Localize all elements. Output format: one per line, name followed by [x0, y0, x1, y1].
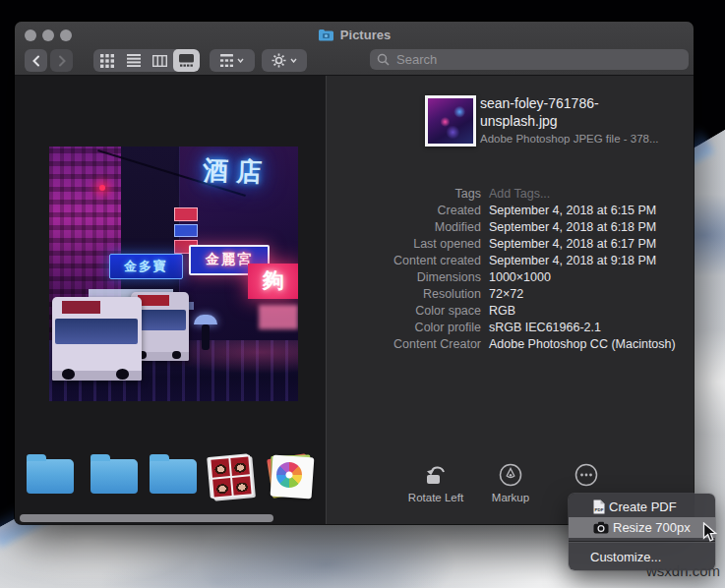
search-icon [377, 53, 390, 66]
hotel-neon-sign: 酒店 [173, 147, 298, 194]
meta-row-modified: Modified September 4, 2018 at 6:18 PM [327, 219, 686, 236]
svg-text:PDF: PDF [595, 507, 604, 512]
selected-photo-preview[interactable]: 酒店 金多寶 金麗宮 夠 [49, 147, 298, 401]
gear-icon [272, 53, 286, 68]
meta-row-created: Created September 4, 2018 at 6:15 PM [327, 203, 686, 219]
tags-label: Tags [327, 186, 489, 203]
rotate-left-icon [423, 463, 449, 487]
tags-row: Tags Add Tags... [327, 186, 686, 203]
customize-menu-item[interactable]: Customize... [569, 546, 715, 567]
finder-window: Pictures [15, 22, 694, 524]
folder-thumbnail[interactable] [150, 459, 197, 494]
window-header: Pictures [15, 22, 694, 76]
mouse-cursor [702, 522, 720, 547]
photos-flower-icon [276, 462, 302, 488]
icon-view-button[interactable] [93, 49, 120, 72]
minibus [52, 297, 142, 381]
gold-neon-sign: 金多寶 [109, 254, 183, 280]
desktop: Pictures [0, 0, 725, 588]
toolbar [15, 47, 694, 75]
metadata-list: Tags Add Tags... Created September 4, 20… [327, 186, 686, 353]
titlebar[interactable]: Pictures [15, 22, 694, 47]
more-actions-button[interactable] [549, 463, 624, 487]
forward-button[interactable] [50, 49, 73, 72]
file-kind: Adobe Photoshop JPEG file - 378... [480, 133, 677, 145]
back-button[interactable] [25, 49, 47, 72]
pedestrian-with-umbrella [194, 315, 217, 356]
ellipsis-icon [574, 463, 598, 487]
column-view-button[interactable] [147, 49, 173, 72]
rotate-left-button[interactable]: Rotate Left [398, 463, 473, 503]
preview-pane: sean-foley-761786-unsplash.jpg Adobe Pho… [327, 76, 694, 524]
menu-separator [569, 541, 715, 543]
photos-library-thumbnail[interactable] [269, 454, 314, 500]
meta-row-resolution: Resolution 72×72 [327, 286, 686, 303]
window-title: Pictures [340, 28, 391, 42]
file-thumbnail[interactable] [425, 95, 476, 147]
window-content: 酒店 金多寶 金麗宮 夠 [15, 76, 694, 524]
camera-icon [593, 521, 609, 534]
search-field[interactable] [370, 49, 689, 70]
quick-actions-menu: PDF Create PDF Resize 700px Customize... [569, 494, 715, 570]
group-by-button[interactable] [210, 49, 255, 72]
resize-700px-menu-item[interactable]: Resize 700px [569, 517, 715, 538]
action-gear-button[interactable] [262, 49, 307, 72]
red-neon-sign: 夠 [248, 264, 298, 299]
chevron-down-icon [237, 58, 244, 63]
create-pdf-menu-item[interactable]: PDF Create PDF [569, 497, 715, 517]
gallery-view-button[interactable] [173, 49, 200, 72]
view-switcher [93, 49, 200, 72]
red-lamp [99, 185, 105, 191]
search-input[interactable] [394, 51, 682, 68]
meta-row-content-creator: Content Creator Adobe Photoshop CC (Maci… [327, 336, 686, 353]
markup-icon [499, 463, 522, 487]
folder-thumbnail[interactable] [27, 459, 74, 494]
chevron-down-icon [290, 58, 297, 63]
gallery-pane: 酒店 金多寶 金麗宮 夠 [15, 76, 326, 524]
pdf-icon: PDF [593, 500, 605, 514]
meta-row-content-created: Content created September 4, 2018 at 9:1… [327, 253, 686, 269]
meta-row-color-profile: Color profile sRGB IEC61966-2.1 [327, 320, 686, 336]
pictures-folder-icon [318, 29, 334, 41]
meta-row-last-opened: Last opened September 4, 2018 at 6:17 PM [327, 236, 686, 253]
add-tags-field[interactable]: Add Tags... [489, 186, 682, 203]
horizontal-scrollbar[interactable] [20, 514, 273, 522]
markup-button[interactable]: Markup [473, 463, 548, 503]
meta-row-dimensions: Dimensions 1000×1000 [327, 269, 686, 286]
list-view-button[interactable] [120, 49, 147, 72]
photo-booth-thumbnail[interactable] [209, 454, 254, 500]
meta-row-color-space: Color space RGB [327, 303, 686, 320]
file-name: sean-foley-761786-unsplash.jpg [480, 94, 637, 130]
folder-thumbnail[interactable] [91, 459, 138, 494]
